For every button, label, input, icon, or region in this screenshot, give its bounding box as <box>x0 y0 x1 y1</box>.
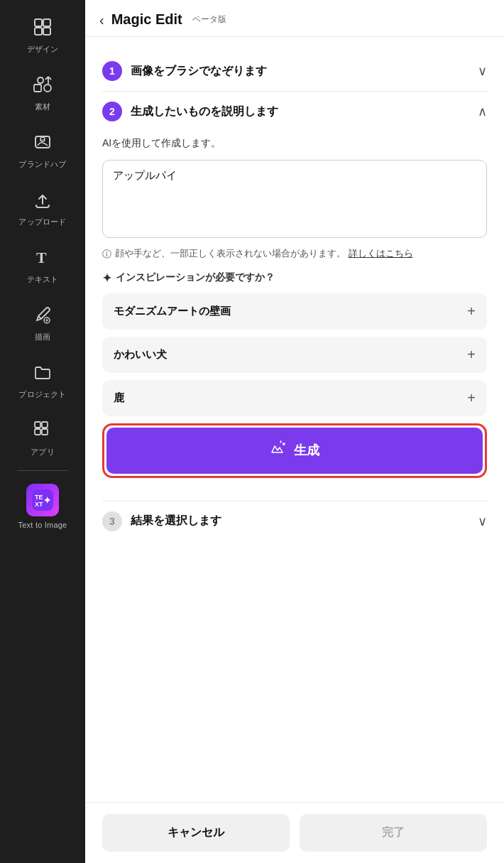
beta-badge: ベータ版 <box>192 13 226 26</box>
sidebar-item-text-label: テキスト <box>27 274 59 285</box>
sidebar-item-brand-label: ブランドハブ <box>18 159 66 170</box>
generate-icon <box>270 440 287 461</box>
sidebar-item-apps-label: アプリ <box>31 447 55 457</box>
step1-title: 画像をブラシでなぞります <box>131 64 267 79</box>
sidebar-item-text-to-image-label: Text to Image <box>18 521 67 529</box>
svg-point-19 <box>283 443 284 445</box>
content-area: 1 画像をブラシでなぞります ∨ 2 生成したいものを説明します ∧ AIを使用… <box>85 37 504 802</box>
step2-badge: 2 <box>102 102 122 121</box>
brand-icon: co. <box>33 132 53 155</box>
info-text: ⓘ 顔や手など、一部正しく表示されない場合があります。 詳しくはこちら <box>102 246 487 261</box>
page-header: ‹ Magic Edit ベータ版 <box>85 0 504 37</box>
step3-chevron: ∨ <box>478 514 487 529</box>
generate-button[interactable]: 生成 <box>106 428 483 474</box>
sidebar-item-apps[interactable]: アプリ <box>0 410 85 467</box>
sidebar-item-text[interactable]: T テキスト <box>0 237 85 295</box>
inspiration-label: インスピレーションが必要ですか？ <box>116 271 275 284</box>
project-icon <box>33 362 53 385</box>
svg-rect-3 <box>43 28 50 35</box>
step3-left: 3 結果を選択します <box>102 511 221 531</box>
main-panel: ‹ Magic Edit ベータ版 1 画像をブラシでなぞります ∨ 2 生成し… <box>85 0 504 863</box>
info-icon: ⓘ <box>102 247 111 261</box>
text-icon: T <box>33 247 53 270</box>
svg-rect-12 <box>42 422 48 428</box>
done-button[interactable]: 完了 <box>300 814 487 852</box>
cancel-button[interactable]: キャンセル <box>102 814 290 852</box>
step2-chevron: ∧ <box>478 104 487 119</box>
svg-text:✦: ✦ <box>43 495 51 506</box>
suggestion-plus-2: + <box>467 390 476 406</box>
suggestion-item-0[interactable]: モダニズムアートの壁画 + <box>102 293 487 330</box>
svg-text:co.: co. <box>40 138 45 142</box>
svg-rect-1 <box>43 19 50 26</box>
page-title: Magic Edit <box>111 11 182 28</box>
ai-note: AIを使用して作成します。 <box>102 137 487 150</box>
text-to-image-icon: TE XT ✦ <box>26 484 59 516</box>
info-message: 顔や手など、一部正しく表示されない場合があります。 詳しくはこちら <box>115 246 413 261</box>
sidebar-item-draw[interactable]: 描画 <box>0 295 85 352</box>
svg-point-5 <box>44 85 51 92</box>
svg-rect-2 <box>35 28 42 35</box>
apps-icon <box>33 420 53 443</box>
sidebar-item-upload[interactable]: アップロード <box>0 180 85 237</box>
sidebar-divider <box>17 470 68 471</box>
sidebar-item-brand[interactable]: co. ブランドハブ <box>0 122 85 180</box>
step1-row[interactable]: 1 画像をブラシでなぞります ∨ <box>102 51 487 91</box>
svg-rect-14 <box>42 429 48 435</box>
suggestion-text-1: かわいい犬 <box>114 348 167 362</box>
draw-icon <box>33 305 53 327</box>
sidebar-item-project-label: プロジェクト <box>18 389 66 400</box>
step3-row[interactable]: 3 結果を選択します ∨ <box>102 501 487 541</box>
suggestion-item-1[interactable]: かわいい犬 + <box>102 337 487 373</box>
prompt-input[interactable]: アップルパイ <box>113 169 476 226</box>
sidebar-item-project[interactable]: プロジェクト <box>0 352 85 410</box>
upload-icon <box>33 190 53 212</box>
page-footer: キャンセル 完了 <box>85 802 504 863</box>
sidebar-item-sozai-label: 素材 <box>35 102 50 112</box>
design-icon <box>33 17 53 40</box>
svg-text:TE: TE <box>35 494 43 501</box>
step2-row[interactable]: 2 生成したいものを説明します ∧ <box>102 92 487 131</box>
svg-rect-4 <box>34 85 41 92</box>
suggestion-plus-0: + <box>467 303 476 320</box>
sidebar-item-text-to-image[interactable]: TE XT ✦ Text to Image <box>0 474 85 539</box>
step2-left: 2 生成したいものを説明します <box>102 102 278 121</box>
sidebar-item-draw-label: 描画 <box>35 332 50 342</box>
step2-content: AIを使用して作成します。 アップルパイ ⓘ 顔や手など、一部正しく表示されない… <box>102 131 487 501</box>
svg-rect-0 <box>35 19 42 26</box>
sidebar-item-design[interactable]: デザイン <box>0 7 85 65</box>
sozai-icon <box>32 75 53 97</box>
sidebar: デザイン 素材 co. ブランドハブ <box>0 0 85 863</box>
suggestion-plus-1: + <box>467 347 476 363</box>
sidebar-item-upload-label: アップロード <box>18 217 66 227</box>
generate-button-wrapper: 生成 <box>102 423 487 478</box>
step3-title: 結果を選択します <box>131 514 221 528</box>
suggestion-item-2[interactable]: 鹿 + <box>102 380 487 416</box>
svg-text:XT: XT <box>35 501 43 508</box>
suggestion-text-2: 鹿 <box>114 391 124 405</box>
sparkle-icon: ✦ <box>102 271 111 285</box>
prompt-input-wrapper[interactable]: アップルパイ <box>102 160 487 238</box>
suggestion-text-0: モダニズムアートの壁画 <box>114 305 231 318</box>
back-button[interactable]: ‹ <box>99 13 104 27</box>
step1-left: 1 画像をブラシでなぞります <box>102 61 267 81</box>
svg-rect-13 <box>35 429 40 435</box>
step2-title: 生成したいものを説明します <box>131 104 278 119</box>
info-link[interactable]: 詳しくはこちら <box>349 248 413 259</box>
sidebar-item-design-label: デザイン <box>27 44 59 55</box>
step1-chevron: ∨ <box>478 63 487 79</box>
sidebar-item-sozai[interactable]: 素材 <box>0 65 85 122</box>
generate-label: 生成 <box>294 442 320 459</box>
step3-badge: 3 <box>102 511 122 531</box>
svg-rect-11 <box>35 422 40 428</box>
step1-badge: 1 <box>102 61 122 81</box>
svg-text:T: T <box>36 249 47 266</box>
inspiration-row: ✦ インスピレーションが必要ですか？ <box>102 271 487 285</box>
